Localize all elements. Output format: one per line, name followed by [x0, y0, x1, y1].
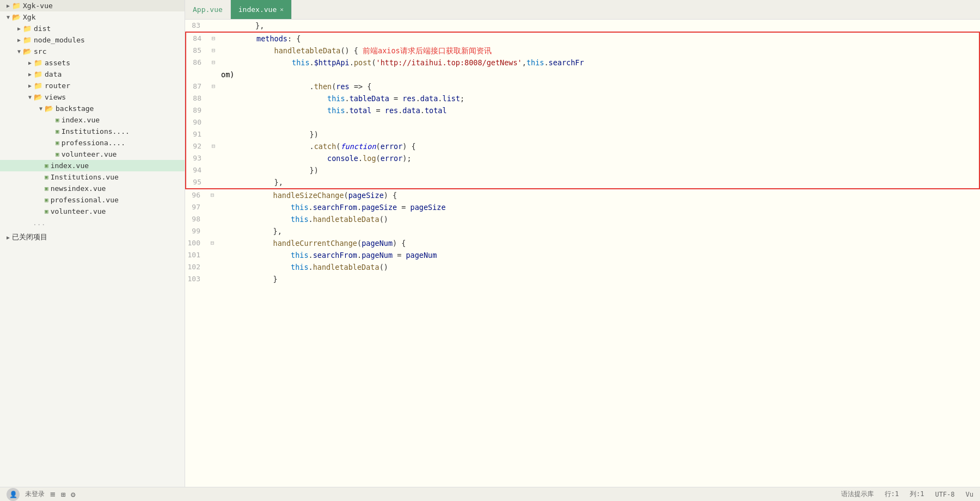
- sidebar-item-backstage-professional[interactable]: ▣ professiona....: [0, 137, 185, 149]
- arrow-icon: ▼: [4, 14, 12, 20]
- line-content: .then(res => {: [219, 81, 979, 92]
- fold-indicator[interactable]: ⊟: [208, 33, 219, 45]
- sidebar-label: views: [45, 93, 66, 101]
- fold-indicator: [208, 128, 219, 140]
- grid-icon: ⊞: [61, 490, 65, 499]
- fold-indicator[interactable]: ⊟: [208, 45, 219, 57]
- editor-area: App.vue index.vue ✕ 83 },: [185, 0, 980, 487]
- sidebar-item-router[interactable]: ▶ 📁 router: [0, 80, 185, 91]
- sidebar-item-closed-projects[interactable]: ▶ 已关闭项目: [0, 231, 185, 244]
- folder-open-icon: 📂: [23, 47, 32, 55]
- sidebar-item-volunteer-vue[interactable]: ▣ volunteer.vue: [0, 206, 185, 217]
- arrow-icon: ▶: [15, 37, 23, 43]
- sidebar-item-xgk-vue[interactable]: ▶ 📁 Xgk-vue: [0, 0, 185, 11]
- fold-indicator: [207, 225, 218, 237]
- code-line-100: 100 ⊟ handleCurrentChange(pageNum) {: [185, 237, 980, 249]
- line-content: console.log(error);: [219, 152, 979, 164]
- line-content: this.total = res.data.total: [219, 104, 979, 116]
- line-number: 85: [186, 45, 208, 57]
- code-line-85: 85 ⊟ handletableData() { 前端axios请求后端接口获取…: [186, 45, 979, 57]
- sidebar-label: assets: [45, 59, 70, 67]
- fold-indicator[interactable]: ⊟: [208, 57, 219, 69]
- code-line-98: 98 this.handletableData(): [185, 213, 980, 225]
- line-content: }): [219, 164, 979, 176]
- sidebar-label: Institutions.vue: [51, 173, 119, 181]
- sidebar-label: volunteer.vue: [51, 207, 106, 215]
- sidebar-item-xgk[interactable]: ▼ 📂 Xgk: [0, 11, 185, 23]
- code-editor[interactable]: 83 }, 84 ⊟ methods: { 85: [185, 20, 980, 487]
- fold-indicator[interactable]: ⊟: [208, 81, 219, 92]
- code-line-86b: om): [186, 69, 979, 81]
- sidebar-item-backstage-volunteer[interactable]: ▣ volunteer.vue: [0, 149, 185, 160]
- line-content: methods: {: [219, 33, 979, 45]
- sidebar-item-institutions-vue[interactable]: ▣ Institutions.vue: [0, 171, 185, 183]
- tab-app-vue[interactable]: App.vue: [185, 0, 231, 19]
- code-line-84: 84 ⊟ methods: {: [186, 33, 979, 45]
- user-login-status[interactable]: 未登录: [25, 490, 45, 499]
- syntax-hint: 语法提示库: [841, 490, 874, 499]
- sidebar-item-newsindex-vue[interactable]: ▣ newsindex.vue: [0, 183, 185, 194]
- tab-label: App.vue: [193, 5, 223, 14]
- folder-icon: 📁: [34, 70, 42, 78]
- line-number: 83: [185, 20, 207, 32]
- code-line-94: 94 }): [186, 164, 979, 176]
- line-content: handletableData() { 前端axios请求后端接口获取新闻资讯: [219, 45, 979, 57]
- sidebar-item-backstage-index[interactable]: ▣ index.vue: [0, 114, 185, 126]
- line-number: 91: [186, 128, 208, 140]
- sidebar-item-dist[interactable]: ▶ 📁 dist: [0, 23, 185, 34]
- fold-indicator[interactable]: ⊟: [208, 140, 219, 152]
- fold-indicator: [207, 201, 218, 213]
- sidebar-item-backstage-institutions[interactable]: ▣ Institutions....: [0, 126, 185, 137]
- fold-indicator: [208, 176, 219, 188]
- line-number: [186, 69, 208, 81]
- folder-open-icon: 📂: [34, 93, 42, 101]
- line-number: 89: [186, 104, 208, 116]
- sidebar-label: Institutions....: [62, 127, 130, 135]
- fold-indicator[interactable]: ⊟: [207, 189, 218, 201]
- sidebar-label: router: [45, 82, 70, 90]
- sidebar-item-backstage[interactable]: ▼ 📂 backstage: [0, 103, 185, 114]
- tab-bar: App.vue index.vue ✕: [185, 0, 980, 20]
- line-content: this.tableData = res.data.list;: [219, 92, 979, 104]
- fold-indicator: [208, 92, 219, 104]
- tab-close-icon[interactable]: ✕: [280, 6, 284, 13]
- line-content: },: [218, 225, 980, 237]
- line-content: this.handletableData(): [218, 261, 980, 273]
- line-number: 92: [186, 140, 208, 152]
- code-line-86: 86 ⊟ this.$httpApi.post('http://itaihui.…: [186, 57, 979, 69]
- file-icon: ▣: [56, 139, 59, 146]
- line-number: 84: [186, 33, 208, 45]
- fold-indicator: [208, 152, 219, 164]
- file-icon: ▣: [45, 162, 48, 169]
- sidebar-label: professional.vue: [51, 196, 119, 204]
- file-explorer: ▶ 📁 Xgk-vue ▼ 📂 Xgk ▶ 📁 dist ▶ 📁 node_mo…: [0, 0, 185, 487]
- file-icon: ▣: [45, 174, 48, 181]
- folder-icon: 📁: [12, 2, 21, 10]
- tab-index-vue[interactable]: index.vue ✕: [231, 0, 292, 19]
- list-icon: ≡: [50, 489, 56, 499]
- folder-open-icon: 📂: [12, 13, 21, 21]
- sidebar-item-views[interactable]: ▼ 📂 views: [0, 91, 185, 103]
- cursor-col: 列:1: [910, 490, 924, 499]
- code-line-90: 90: [186, 116, 979, 128]
- arrow-icon: ▼: [37, 106, 45, 112]
- line-number: 87: [186, 81, 208, 92]
- arrow-icon: ▶: [26, 83, 34, 89]
- fold-indicator[interactable]: ⊟: [207, 237, 218, 249]
- code-line-96: 96 ⊟ handleSizeChange(pageSize) {: [185, 189, 980, 201]
- file-icon: ▣: [45, 208, 48, 215]
- sidebar-item-assets[interactable]: ▶ 📁 assets: [0, 57, 185, 69]
- sidebar-item-node-modules[interactable]: ▶ 📁 node_modules: [0, 34, 185, 46]
- sidebar-item-professional-vue[interactable]: ▣ professional.vue: [0, 194, 185, 206]
- sidebar-item-index-vue[interactable]: ▣ index.vue: [0, 160, 185, 171]
- sidebar-label: Xgk: [23, 13, 35, 21]
- sidebar-label: node_modules: [34, 36, 85, 44]
- sidebar-item-src[interactable]: ▼ 📂 src: [0, 46, 185, 57]
- sidebar-label: index.vue: [62, 116, 100, 124]
- line-content: this.searchFrom.pageSize = pageSize: [218, 201, 980, 213]
- folder-icon: 📁: [23, 36, 32, 44]
- fold-indicator: [207, 249, 218, 261]
- arrow-icon: ▼: [15, 48, 23, 54]
- code-line-89: 89 this.total = res.data.total: [186, 104, 979, 116]
- sidebar-item-data[interactable]: ▶ 📁 data: [0, 69, 185, 80]
